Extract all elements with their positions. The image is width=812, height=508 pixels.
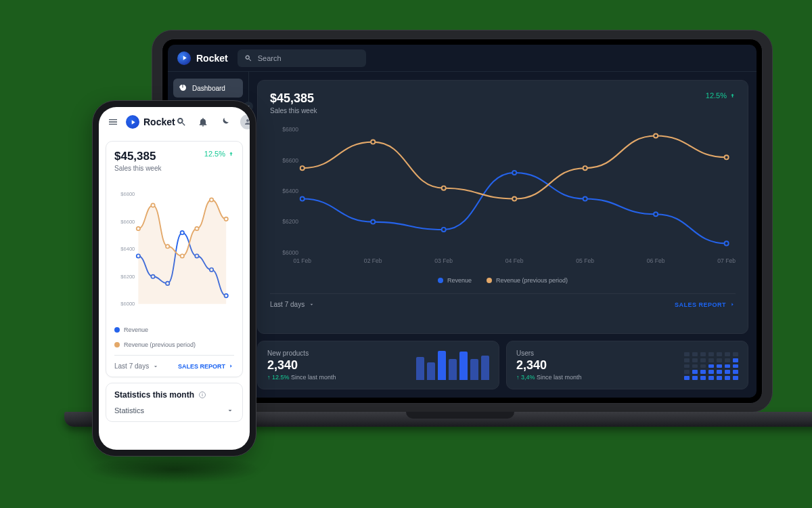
svg-point-19	[300, 166, 304, 170]
svg-text:$6800: $6800	[120, 191, 135, 197]
svg-point-41	[181, 254, 184, 257]
search-input[interactable]: Search	[238, 49, 366, 67]
sales-delta: 12.5%	[204, 150, 234, 158]
sales-amount: $45,385	[114, 150, 161, 163]
theme-toggle-button[interactable]	[219, 116, 231, 128]
kpi-subtitle: ↑ 3,4% Since last month	[516, 374, 582, 381]
hamburger-icon	[108, 117, 118, 127]
chevron-down-icon	[152, 363, 159, 370]
sales-subtitle: Sales this week	[270, 107, 317, 114]
stats-title: Statistics this month	[114, 390, 234, 400]
svg-point-23	[583, 166, 587, 170]
kpi-title: Users	[516, 350, 582, 357]
chevron-right-icon	[228, 363, 234, 369]
kpi-card-users: Users 2,340 ↑ 3,4% Since last month	[506, 341, 748, 389]
search-icon	[176, 117, 187, 127]
svg-rect-47	[202, 394, 203, 394]
svg-point-13	[371, 220, 375, 224]
sidebar-item-dashboard[interactable]: Dashboard	[173, 79, 243, 98]
svg-point-17	[654, 212, 658, 216]
svg-point-44	[225, 217, 228, 221]
svg-text:01 Feb: 01 Feb	[293, 257, 311, 264]
svg-text:07 Feb: 07 Feb	[717, 257, 736, 264]
sales-report-link[interactable]: SALES REPORT	[675, 301, 736, 308]
svg-text:06 Feb: 06 Feb	[647, 257, 665, 264]
svg-point-24	[654, 133, 658, 137]
svg-point-12	[300, 197, 304, 201]
pie-chart-icon	[179, 84, 187, 92]
brand-name: Rocket	[196, 53, 228, 64]
avatar[interactable]	[240, 114, 250, 129]
user-icon	[244, 118, 250, 126]
svg-text:$6800: $6800	[282, 126, 298, 133]
svg-point-38	[137, 227, 140, 230]
stats-selector[interactable]: Statistics	[114, 406, 234, 415]
mobile-app: Rocket $45,385 Sales this week	[99, 107, 250, 450]
sidebar-item-label: Dashboard	[192, 85, 225, 92]
svg-point-16	[583, 197, 587, 201]
svg-point-14	[442, 228, 446, 232]
legend-a: Revenue	[124, 326, 148, 333]
mobile-stats-card: Statistics this month Statistics	[106, 383, 243, 422]
mobile-sales-card: $45,385 Sales this week 12.5% $6000$6200…	[106, 141, 243, 377]
kpi-card-products: New products 2,340 ↑ 12.5% Since last mo…	[257, 341, 499, 389]
svg-text:03 Feb: 03 Feb	[434, 257, 453, 264]
range-selector[interactable]: Last 7 days	[270, 301, 315, 308]
search-button[interactable]	[175, 116, 187, 128]
sales-amount: $45,385	[270, 91, 317, 106]
svg-text:$6000: $6000	[120, 301, 135, 307]
svg-text:$6400: $6400	[120, 246, 135, 252]
svg-point-42	[195, 227, 198, 230]
svg-text:02 Feb: 02 Feb	[364, 257, 382, 264]
menu-button[interactable]	[107, 116, 119, 128]
info-icon	[198, 391, 206, 399]
kpi-sparkline	[684, 350, 738, 380]
legend-b: Revenue (previous period)	[496, 277, 568, 284]
chevron-down-icon	[309, 301, 315, 308]
svg-point-34	[181, 231, 184, 234]
mobile-sales-chart: $6000$6200$6400$6600$6800	[114, 177, 234, 320]
svg-text:$6200: $6200	[282, 218, 298, 225]
sales-delta: 12.5%	[706, 91, 736, 100]
notifications-button[interactable]	[197, 116, 209, 128]
svg-point-40	[166, 245, 169, 248]
svg-point-21	[442, 186, 446, 190]
search-placeholder: Search	[258, 54, 281, 62]
chevron-down-icon	[226, 406, 234, 415]
sales-report-link[interactable]: SALES REPORT	[178, 363, 234, 370]
titlebar: Rocket Search	[168, 45, 757, 72]
legend-b: Revenue (previous period)	[124, 341, 196, 348]
rocket-logo-icon	[126, 115, 139, 129]
mobile-topbar: Rocket	[99, 107, 250, 137]
svg-point-43	[210, 198, 213, 201]
arrow-up-icon	[729, 93, 736, 99]
chart-legend: Revenue Revenue (previous period)	[114, 326, 234, 348]
brand[interactable]: Rocket	[177, 51, 228, 65]
svg-text:$6600: $6600	[282, 157, 298, 164]
phone-shadow	[87, 455, 263, 484]
moon-icon	[219, 117, 230, 127]
svg-rect-46	[202, 394, 203, 396]
svg-point-25	[725, 155, 729, 159]
svg-point-22	[512, 197, 516, 201]
svg-text:$6400: $6400	[282, 188, 298, 194]
svg-point-20	[371, 140, 375, 144]
bell-icon	[198, 117, 208, 127]
sales-chart-card: $45,385 Sales this week 12.5% $6000$6200…	[257, 80, 748, 334]
brand[interactable]: Rocket	[126, 115, 175, 129]
chart-legend: Revenue Revenue (previous period)	[270, 277, 736, 284]
chevron-right-icon	[729, 301, 736, 308]
svg-text:$6200: $6200	[120, 274, 135, 280]
kpi-title: New products	[267, 350, 336, 357]
brand-name: Rocket	[143, 117, 175, 127]
kpi-value: 2,340	[267, 358, 336, 373]
kpi-value: 2,340	[516, 358, 582, 373]
search-icon	[244, 54, 252, 62]
kpi-subtitle: ↑ 12.5% Since last month	[267, 374, 336, 381]
svg-point-18	[725, 241, 729, 245]
range-selector[interactable]: Last 7 days	[114, 362, 159, 370]
sales-line-chart: $6000$6200$6400$6600$680001 Feb02 Feb03 …	[270, 120, 736, 269]
svg-text:$6600: $6600	[120, 219, 135, 225]
phone-frame: Rocket $45,385 Sales this week	[92, 100, 256, 457]
rocket-logo-icon	[177, 51, 191, 65]
